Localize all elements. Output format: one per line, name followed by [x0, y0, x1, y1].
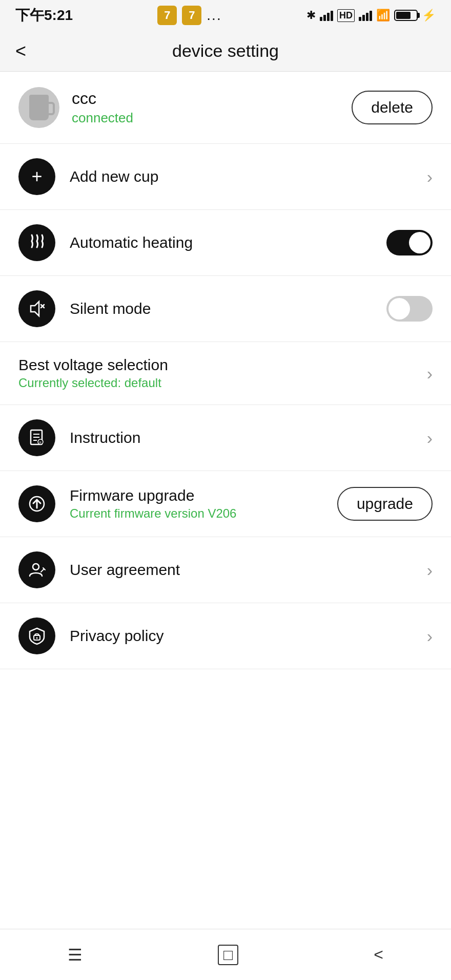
steam-icon	[27, 233, 47, 252]
document-icon: ≡	[28, 429, 46, 447]
voltage-label: Best voltage selection	[18, 356, 427, 374]
silent-content: Silent mode	[70, 300, 386, 317]
voltage-content: Best voltage selection Currently selecte…	[18, 356, 427, 390]
voltage-row[interactable]: Best voltage selection Currently selecte…	[0, 342, 451, 405]
device-info-row: ccc connected delete	[0, 72, 451, 144]
heating-toggle-knob	[409, 232, 430, 253]
heating-icon	[18, 224, 55, 261]
device-status: connected	[72, 110, 352, 126]
add-cup-label: Add new cup	[70, 168, 427, 185]
status-icons: ✱ HD 📶 ⚡	[306, 9, 436, 22]
instruction-content: Instruction	[70, 429, 427, 446]
instruction-icon: ≡	[18, 419, 55, 456]
status-bar: 下午5:21 7 7 ... ✱ HD 📶 ⚡	[0, 0, 451, 31]
device-name-block: ccc connected	[72, 89, 352, 126]
wifi-icon: 📶	[376, 9, 390, 22]
silent-toggle-knob	[388, 298, 410, 319]
firmware-label: Firmware upgrade	[70, 487, 337, 504]
spacer	[0, 799, 451, 929]
user-agreement-row[interactable]: User agreement ›	[0, 537, 451, 603]
add-cup-content: Add new cup	[70, 168, 427, 185]
silent-icon	[18, 290, 55, 327]
silent-mode-row[interactable]: Silent mode	[0, 276, 451, 342]
firmware-subtitle: Current firmware version V206	[70, 506, 337, 521]
page-title: device setting	[172, 41, 279, 61]
firmware-row[interactable]: Firmware upgrade Current firmware versio…	[0, 471, 451, 537]
signal-icon	[320, 10, 333, 21]
content: ccc connected delete Add new cup › Autom…	[0, 72, 451, 799]
privacy-policy-row[interactable]: Privacy policy ›	[0, 603, 451, 669]
mute-icon	[28, 300, 46, 318]
automatic-heating-row[interactable]: Automatic heating	[0, 210, 451, 276]
status-time: 下午5:21	[15, 6, 73, 25]
privacy-policy-content: Privacy policy	[70, 627, 427, 645]
privacy-policy-chevron: ›	[427, 626, 433, 646]
svg-text:≡: ≡	[39, 440, 42, 445]
add-cup-chevron: ›	[427, 167, 433, 187]
voltage-subtitle: Currently selected: default	[18, 376, 427, 390]
menu-icon[interactable]: ☰	[68, 945, 83, 965]
instruction-row[interactable]: ≡ Instruction ›	[0, 405, 451, 471]
cup-icon	[29, 95, 49, 120]
add-cup-row[interactable]: Add new cup ›	[0, 144, 451, 210]
bluetooth-icon: ✱	[306, 9, 316, 22]
back-nav-icon[interactable]: <	[374, 945, 383, 964]
status-badge-2: 7	[182, 6, 201, 25]
heating-content: Automatic heating	[70, 234, 386, 251]
plus-icon	[31, 166, 42, 187]
heating-label: Automatic heating	[70, 234, 386, 251]
upload-icon	[28, 495, 46, 513]
instruction-label: Instruction	[70, 429, 427, 446]
bottom-nav: ☰ □ <	[0, 929, 451, 980]
upgrade-button[interactable]: upgrade	[337, 487, 433, 521]
shield-lock-icon	[28, 627, 46, 645]
battery-icon	[394, 10, 418, 21]
user-agreement-chevron: ›	[427, 560, 433, 580]
hd-icon: HD	[337, 9, 355, 22]
firmware-content: Firmware upgrade Current firmware versio…	[70, 487, 337, 521]
device-name: ccc	[72, 89, 352, 108]
add-cup-icon	[18, 158, 55, 195]
privacy-icon	[18, 617, 55, 654]
user-agreement-content: User agreement	[70, 561, 427, 579]
heating-toggle[interactable]	[386, 230, 433, 255]
instruction-chevron: ›	[427, 428, 433, 448]
svg-point-15	[36, 637, 38, 639]
header: < device setting	[0, 31, 451, 72]
voltage-chevron: ›	[427, 364, 433, 384]
status-badge-1: 7	[157, 6, 177, 25]
home-icon[interactable]: □	[218, 945, 238, 965]
status-dots: ...	[207, 7, 221, 24]
silent-label: Silent mode	[70, 300, 386, 317]
charging-icon: ⚡	[422, 9, 436, 22]
user-agreement-label: User agreement	[70, 561, 427, 579]
user-agreement-icon	[18, 551, 55, 588]
svg-line-12	[41, 569, 44, 572]
firmware-icon	[18, 485, 55, 522]
delete-button[interactable]: delete	[352, 91, 433, 124]
svg-marker-0	[31, 302, 39, 316]
status-center: 7 7 ...	[157, 6, 221, 25]
privacy-policy-label: Privacy policy	[70, 627, 427, 645]
avatar	[18, 87, 59, 128]
svg-point-11	[33, 564, 39, 570]
silent-toggle[interactable]	[386, 296, 433, 322]
back-button[interactable]: <	[15, 40, 26, 62]
user-edit-icon	[28, 561, 46, 579]
signal-icon-2	[359, 10, 372, 21]
